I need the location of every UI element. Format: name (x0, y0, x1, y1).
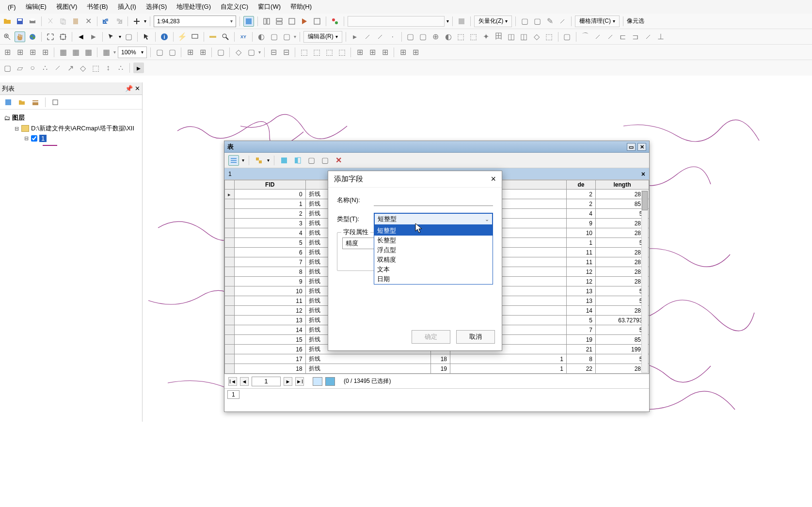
active-tab[interactable]: 1 (228, 171, 232, 177)
menu-bookmark[interactable]: 书签(B) (82, 0, 112, 13)
dialog-close-icon[interactable]: × (491, 174, 496, 184)
toolbar-toggle[interactable]: ▸ (133, 63, 144, 73)
close-icon[interactable]: ✕ (135, 85, 140, 92)
goto-xy-icon[interactable]: XY (238, 32, 249, 42)
collapse-icon[interactable]: ⊟ (23, 135, 29, 142)
menu-view[interactable]: 视图(V) (51, 0, 82, 13)
pixel-select-label[interactable]: 像元选 (627, 17, 644, 25)
bottom-tab-1[interactable]: 1 (227, 390, 239, 399)
cut-icon[interactable] (45, 16, 56, 27)
add-data-icon[interactable] (131, 16, 142, 27)
type-option[interactable]: 双精度 (374, 255, 493, 265)
select-features-icon[interactable] (106, 32, 117, 42)
scale-input[interactable]: 1:94,283▾ (154, 16, 236, 27)
group-node[interactable]: ⊟ D:\新建文件夹\ARCmap\塔干数据\XII (14, 123, 138, 134)
type-option[interactable]: 长整型 (374, 236, 493, 245)
find-icon[interactable] (220, 32, 231, 42)
list-by-selection-icon[interactable] (50, 97, 61, 108)
type-option[interactable]: 文本 (374, 265, 493, 274)
layout3-icon[interactable] (287, 16, 297, 27)
paste-icon[interactable] (70, 16, 81, 27)
identify-icon[interactable]: i (159, 32, 170, 42)
tab-close-icon[interactable]: × (641, 170, 645, 178)
print-icon[interactable] (27, 16, 38, 27)
type-option[interactable]: 日期 (374, 274, 493, 284)
switch-selection-icon[interactable] (292, 155, 303, 166)
table-row[interactable]: 18折线191212228.5 (225, 364, 649, 374)
first-record-button[interactable]: I◄ (228, 377, 237, 386)
vertical-scrollbar[interactable] (641, 190, 648, 373)
next-extent-icon[interactable]: ► (88, 32, 99, 42)
zoom-sel-icon[interactable]: ▢ (319, 155, 330, 166)
full-extent-icon[interactable] (45, 32, 56, 42)
list-by-source-icon[interactable] (16, 97, 27, 108)
show-selected-button[interactable] (325, 377, 335, 386)
delete-sel-icon[interactable]: ✕ (333, 155, 344, 166)
raster-clean-dropdown[interactable]: 栅格清理(C)▾ (575, 16, 620, 27)
copy-icon[interactable] (58, 16, 68, 27)
record-input[interactable] (252, 377, 281, 386)
menu-insert[interactable]: 插入(I) (113, 0, 141, 13)
ok-button[interactable]: 确定 (412, 330, 450, 344)
field-type-combo[interactable]: 短整型 ⌄ 短整型 长整型 浮点型 双精度 文本 日期 (374, 213, 493, 225)
save-icon[interactable] (15, 16, 25, 27)
last-record-button[interactable]: ►I (295, 377, 304, 386)
undo-icon[interactable] (101, 16, 111, 27)
maximize-button[interactable]: ▭ (627, 143, 636, 151)
menu-customize[interactable]: 自定义(C) (216, 0, 253, 13)
time-slider-icon[interactable]: ◐ (256, 32, 267, 42)
pan-icon[interactable] (15, 32, 25, 42)
layout-icon[interactable] (261, 16, 272, 27)
prev-extent-icon[interactable]: ◄ (76, 32, 86, 42)
layers-root[interactable]: 🗂 图层 (4, 112, 138, 123)
empty-combo[interactable] (348, 16, 445, 27)
menu-geoprocessing[interactable]: 地理处理(G) (172, 0, 216, 13)
zoom-input[interactable]: 100%▾ (118, 47, 147, 58)
viewer2-icon[interactable]: ▢ (281, 32, 292, 42)
next-record-button[interactable]: ► (284, 377, 292, 386)
col-fid[interactable]: FID (235, 180, 306, 190)
dialog-titlebar[interactable]: 添加字段 × (328, 171, 502, 188)
editor-dropdown[interactable]: 编辑器(R)▾ (303, 31, 342, 43)
type-option[interactable]: 短整型 (374, 226, 493, 236)
clear-sel-icon[interactable]: ▢ (306, 155, 317, 166)
layer-checkbox[interactable] (31, 135, 37, 142)
collapse-icon[interactable]: ⊟ (14, 126, 19, 132)
menu-select[interactable]: 选择(S) (141, 0, 172, 13)
table-row[interactable]: 19折线20182228.5 (225, 374, 649, 374)
list-by-visibility-icon[interactable] (30, 97, 41, 108)
show-all-button[interactable] (313, 377, 322, 386)
menu-file[interactable]: (F) (3, 1, 21, 13)
layer-name[interactable]: 1 (39, 135, 47, 142)
open-icon[interactable] (2, 16, 13, 27)
hyperlink-icon[interactable]: ⚡ (177, 32, 188, 42)
menu-help[interactable]: 帮助(H) (286, 0, 317, 13)
zoom-in-icon[interactable] (2, 32, 13, 42)
fixed-zoom-in-icon[interactable] (58, 32, 68, 42)
html-popup-icon[interactable] (190, 32, 200, 42)
pointer-icon[interactable] (141, 32, 152, 42)
field-name-input[interactable] (374, 194, 493, 206)
table-options-icon[interactable] (228, 155, 239, 166)
globe-icon[interactable] (27, 32, 38, 42)
menu-edit[interactable]: 编辑(E) (21, 0, 51, 13)
col-length[interactable]: length (596, 180, 649, 190)
viewer-icon[interactable]: ▢ (269, 32, 279, 42)
cancel-button[interactable]: 取消 (456, 330, 495, 344)
tool-icon-1[interactable] (456, 16, 467, 27)
table-titlebar[interactable]: 表 ▭ ✕ (224, 141, 649, 153)
delete-icon[interactable]: ✕ (83, 16, 94, 27)
col-de[interactable]: de (567, 180, 596, 190)
select-by-attr-icon[interactable] (279, 155, 289, 166)
list-by-drawing-icon[interactable] (3, 97, 14, 108)
clear-selection-icon[interactable]: ▢ (123, 32, 134, 42)
prev-record-button[interactable]: ◄ (240, 377, 249, 386)
table-row[interactable]: 17折线18121857 (225, 354, 649, 364)
type-option[interactable]: 浮点型 (374, 245, 493, 255)
catalog-icon[interactable] (299, 16, 310, 27)
layer-symbol[interactable] (43, 145, 57, 146)
measure-icon[interactable] (207, 32, 218, 42)
layout2-icon[interactable] (274, 16, 285, 27)
pin-icon[interactable]: 📌 (125, 85, 133, 92)
editor-toolbar-icon[interactable] (243, 16, 254, 27)
